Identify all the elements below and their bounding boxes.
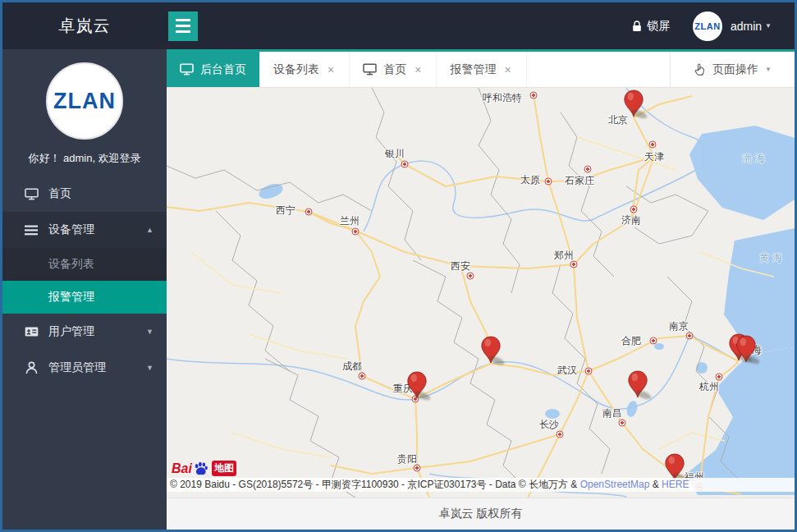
- water-label: 渤海: [742, 152, 768, 166]
- map-terrain-layer: [167, 88, 795, 498]
- sidebar-item-label: 报警管理: [48, 290, 94, 305]
- close-icon[interactable]: ×: [326, 62, 336, 77]
- lock-screen-label: 锁屏: [647, 19, 670, 34]
- tab-alarm-management[interactable]: 报警管理×: [437, 52, 526, 87]
- sidebar-item-label: 首页: [48, 186, 71, 201]
- baidu-logo-bai: Bai: [172, 461, 192, 476]
- tab-bar: 后台首页设备列表×首页×报警管理× 页面操作 ▼: [167, 49, 795, 88]
- tab-device-list[interactable]: 设备列表×: [260, 52, 350, 87]
- map[interactable]: 呼和浩特北京天津银川太原石家庄济南西宁兰州西安郑州南京合肥上海武汉杭州成都重庆南…: [167, 88, 795, 498]
- chevron-up-icon: ▲: [146, 226, 153, 234]
- city-marker: [584, 166, 592, 173]
- chevron-down-icon: ▼: [146, 364, 153, 372]
- city-marker: [557, 431, 564, 438]
- copyright-text: 卓岚云 版权所有: [439, 507, 523, 521]
- city-label: 长沙: [539, 418, 559, 432]
- user-menu[interactable]: admin ▼: [731, 20, 772, 33]
- city-marker: [619, 420, 626, 427]
- hamburger-icon: [176, 19, 190, 21]
- sidebar-item-device-management[interactable]: 设备管理▲: [2, 212, 167, 248]
- close-icon[interactable]: ×: [413, 62, 423, 77]
- device-pin[interactable]: [406, 371, 428, 399]
- sidebar-toggle-button[interactable]: [168, 11, 198, 41]
- city-label: 贵阳: [397, 452, 417, 466]
- sidebar-item-device-list[interactable]: 设备列表: [2, 248, 167, 281]
- city-marker: [650, 337, 657, 345]
- city-label: 南京: [669, 319, 689, 333]
- header-right: 锁屏 ZLAN admin ▼: [632, 11, 795, 41]
- city-marker: [545, 178, 552, 186]
- hand-pointer-icon: [694, 63, 706, 76]
- city-marker: [467, 273, 474, 280]
- city-label: 天津: [644, 150, 664, 164]
- username: admin: [731, 20, 762, 33]
- sidebar-item-alarm-management[interactable]: 报警管理: [2, 281, 167, 314]
- city-label: 太原: [520, 173, 540, 187]
- city-label: 成都: [342, 360, 362, 374]
- city-label: 西安: [451, 259, 470, 273]
- tab-label: 报警管理: [450, 62, 496, 77]
- baidu-paw-icon: [194, 461, 208, 476]
- footer: 卓岚云 版权所有: [167, 498, 795, 530]
- monitor-icon: [24, 187, 39, 200]
- idcard-icon: [24, 325, 39, 338]
- tab-label: 后台首页: [200, 62, 246, 77]
- top-header: 卓岚云 锁屏 ZLAN admin ▼: [2, 2, 795, 49]
- close-icon[interactable]: ×: [502, 62, 512, 77]
- city-label: 济南: [621, 213, 641, 227]
- openstreetmap-link[interactable]: OpenStreetMap: [580, 479, 650, 490]
- city-marker: [585, 368, 593, 375]
- tab-backend-home[interactable]: 后台首页: [167, 52, 260, 87]
- sidebar-item-label: 管理员管理: [48, 360, 106, 375]
- avatar[interactable]: ZLAN: [693, 11, 722, 41]
- city-label: 石家庄: [565, 174, 594, 188]
- lock-screen-button[interactable]: 锁屏: [632, 19, 670, 34]
- city-label: 合肥: [621, 334, 641, 348]
- sidebar-item-user-management[interactable]: 用户管理▼: [2, 314, 167, 350]
- city-label: 银川: [385, 147, 405, 161]
- city-marker: [530, 92, 538, 99]
- page-operations-button[interactable]: 页面操作 ▼: [670, 52, 795, 87]
- city-marker: [305, 209, 313, 216]
- tab-label: 首页: [383, 62, 406, 77]
- device-pin[interactable]: [480, 336, 502, 364]
- sidebar-item-label: 用户管理: [48, 324, 94, 339]
- tab-list: 后台首页设备列表×首页×报警管理×: [167, 52, 527, 87]
- city-label: 西宁: [276, 204, 295, 218]
- city-label: 武汉: [557, 364, 577, 378]
- page-operations-label: 页面操作: [712, 62, 758, 77]
- chevron-down-icon: ▼: [146, 328, 153, 336]
- sidebar-item-admin-management[interactable]: 管理员管理▼: [2, 350, 167, 386]
- here-link[interactable]: HERE: [662, 479, 689, 490]
- sidebar-item-label: 设备列表: [48, 257, 94, 272]
- city-marker: [359, 373, 366, 380]
- city-label: 兰州: [340, 214, 360, 228]
- lock-icon: [632, 21, 642, 32]
- baidu-map-logo[interactable]: Bai 地图: [172, 461, 236, 476]
- device-pin[interactable]: [735, 335, 757, 363]
- baidu-logo-badge: 地图: [212, 461, 236, 476]
- sidebar-logo: ZLAN: [46, 62, 123, 140]
- device-pin[interactable]: [664, 453, 685, 481]
- menu-icon: [24, 223, 39, 236]
- sidebar-menu: 首页设备管理▲设备列表报警管理用户管理▼管理员管理▼: [2, 176, 167, 386]
- sidebar-item-label: 设备管理: [48, 222, 94, 237]
- city-label: 呼和浩特: [483, 91, 522, 105]
- city-label: 南昌: [602, 406, 622, 420]
- sidebar: ZLAN 你好！ admin, 欢迎登录 首页设备管理▲设备列表报警管理用户管理…: [2, 49, 167, 530]
- tab-home[interactable]: 首页×: [350, 52, 437, 87]
- device-pin[interactable]: [627, 370, 648, 398]
- chevron-down-icon: ▼: [765, 22, 772, 30]
- city-marker: [630, 206, 638, 213]
- app-window: 卓岚云 锁屏 ZLAN admin ▼ ZLAN 你好！ admin, 欢迎登录…: [0, 0, 797, 532]
- device-pin[interactable]: [623, 89, 644, 117]
- monitor-icon: [180, 63, 194, 76]
- city-marker: [649, 141, 657, 149]
- city-marker: [352, 228, 360, 236]
- tab-label: 设备列表: [273, 62, 319, 77]
- city-marker: [401, 161, 409, 168]
- sidebar-item-home[interactable]: 首页: [2, 176, 167, 212]
- monitor-icon: [363, 63, 377, 76]
- water-label: 黄海: [759, 251, 786, 265]
- chevron-down-icon: ▼: [765, 66, 772, 73]
